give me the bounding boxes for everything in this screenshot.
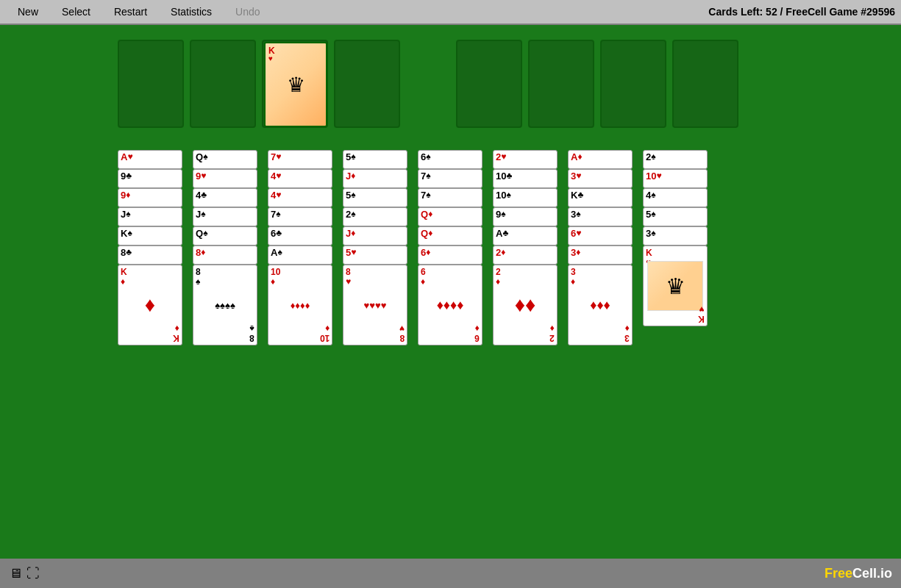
column-4: 5♠J♦5♠2♠J♦5♥8♥♥♥♥♥8♥ (343, 150, 409, 357)
card-col4-3[interactable]: 2♠ (343, 207, 407, 226)
free-cell-3-card: ♛ K ♥ (264, 42, 327, 127)
column-8: 2♠10♥4♠5♠3♠K♥♛K♥ (643, 150, 709, 341)
card-col1-5[interactable]: 8♣ (118, 245, 182, 265)
card-col3-0[interactable]: 7♥ (268, 150, 332, 169)
card-col6-2[interactable]: 10♠ (493, 188, 558, 207)
card-col7-1[interactable]: 3♥ (568, 169, 633, 188)
card-col1-0[interactable]: A♥ (118, 150, 182, 169)
card-col7-4[interactable]: 6♥ (568, 226, 633, 245)
card-col1-6[interactable]: K♦♦K♦ (118, 265, 182, 345)
column-1: A♥9♣9♦J♠K♠8♣K♦♦K♦ (118, 150, 184, 357)
free-cell-2[interactable] (190, 40, 256, 128)
brand-logo: FreeCell.io (825, 566, 892, 581)
card-col1-3[interactable]: J♠ (118, 207, 182, 226)
card-col7-3[interactable]: 3♠ (568, 207, 633, 226)
foundation-4[interactable] (672, 40, 738, 128)
column-3: 7♥4♥4♥7♠6♣A♠10♦♦♦♦♦10♦ (268, 150, 334, 357)
card-col2-0[interactable]: Q♠ (193, 150, 257, 169)
foundation-3[interactable] (600, 40, 666, 128)
card-col2-6[interactable]: 8♠♠♠♠♠8♠ (193, 265, 257, 345)
menu-statistics[interactable]: Statistics (159, 3, 224, 21)
card-col5-5[interactable]: 6♦ (418, 245, 482, 265)
menu-bar: New Select Restart Statistics Undo Cards… (0, 0, 901, 25)
card-col8-1[interactable]: 10♥ (643, 169, 708, 188)
card-col4-6[interactable]: 8♥♥♥♥♥8♥ (343, 265, 407, 345)
card-col1-1[interactable]: 9♣ (118, 169, 182, 188)
card-col6-3[interactable]: 9♠ (493, 207, 558, 226)
game-area: ♛ K ♥ A♥9♣9♦J♠K♠8♣K♦♦K♦Q♠9♥4♣J♠Q♠8♦8♠♠♠♠… (0, 25, 901, 559)
card-col4-5[interactable]: 5♥ (343, 245, 407, 265)
card-col3-4[interactable]: 6♣ (268, 226, 332, 245)
free-cell-3[interactable]: ♛ K ♥ (262, 40, 328, 128)
columns-area: A♥9♣9♦J♠K♠8♣K♦♦K♦Q♠9♥4♣J♠Q♠8♦8♠♠♠♠♠8♠7♥4… (118, 150, 886, 357)
card-col8-3[interactable]: 5♠ (643, 207, 708, 226)
card-col3-6[interactable]: 10♦♦♦♦♦10♦ (268, 265, 332, 345)
card-col5-4[interactable]: Q♦ (418, 226, 482, 245)
menu-new[interactable]: New (6, 3, 50, 21)
foundation-1[interactable] (456, 40, 522, 128)
foundation-2[interactable] (528, 40, 594, 128)
card-col8-2[interactable]: 4♠ (643, 188, 708, 207)
card-col7-6[interactable]: 3♦♦♦♦3♦ (568, 265, 633, 345)
card-col5-3[interactable]: Q♦ (418, 207, 482, 226)
free-cell-1[interactable] (118, 40, 184, 128)
column-7: A♦3♥K♣3♠6♥3♦3♦♦♦♦3♦ (568, 150, 634, 357)
free-cell-4[interactable] (334, 40, 400, 128)
card-col4-0[interactable]: 5♠ (343, 150, 407, 169)
card-col7-2[interactable]: K♣ (568, 188, 633, 207)
card-col5-2[interactable]: 7♠ (418, 188, 482, 207)
column-2: Q♠9♥4♣J♠Q♠8♦8♠♠♠♠♠8♠ (193, 150, 259, 357)
bottom-bar: 🖥 ⛶ FreeCell.io (0, 559, 901, 588)
card-col3-3[interactable]: 7♠ (268, 207, 332, 226)
game-status: Cards Left: 52 / FreeCell Game #29596 (708, 6, 895, 18)
card-col8-4[interactable]: 3♠ (643, 226, 708, 245)
card-col7-0[interactable]: A♦ (568, 150, 633, 169)
card-col8-0[interactable]: 2♠ (643, 150, 708, 169)
card-col2-3[interactable]: J♠ (193, 207, 257, 226)
card-col2-2[interactable]: 4♣ (193, 188, 257, 207)
card-col2-1[interactable]: 9♥ (193, 169, 257, 188)
menu-restart[interactable]: Restart (102, 3, 159, 21)
card-col6-0[interactable]: 2♥ (493, 150, 558, 169)
card-col8-5[interactable]: K♥♛K♥ (643, 245, 708, 326)
fullscreen-icon[interactable]: ⛶ (26, 566, 40, 581)
card-col1-2[interactable]: 9♦ (118, 188, 182, 207)
card-col5-6[interactable]: 6♦♦♦♦♦6♦ (418, 265, 482, 345)
cells-gap (406, 40, 450, 128)
card-col6-4[interactable]: A♣ (493, 226, 558, 245)
card-col3-1[interactable]: 4♥ (268, 169, 332, 188)
card-col2-4[interactable]: Q♠ (193, 226, 257, 245)
card-col5-0[interactable]: 6♠ (418, 150, 482, 169)
card-col4-4[interactable]: J♦ (343, 226, 407, 245)
card-col6-6[interactable]: 2♦♦♦2♦ (493, 265, 558, 345)
menu-select[interactable]: Select (50, 3, 102, 21)
card-col7-5[interactable]: 3♦ (568, 245, 633, 265)
column-6: 2♥10♣10♠9♠A♣2♦2♦♦♦2♦ (493, 150, 559, 357)
cells-row: ♛ K ♥ (118, 40, 894, 128)
card-col4-1[interactable]: J♦ (343, 169, 407, 188)
card-col4-2[interactable]: 5♠ (343, 188, 407, 207)
column-5: 6♠7♠7♠Q♦Q♦6♦6♦♦♦♦♦6♦ (418, 150, 484, 357)
card-col2-5[interactable]: 8♦ (193, 245, 257, 265)
card-col1-4[interactable]: K♠ (118, 226, 182, 245)
card-col3-2[interactable]: 4♥ (268, 188, 332, 207)
card-col3-5[interactable]: A♠ (268, 245, 332, 265)
card-col5-1[interactable]: 7♠ (418, 169, 482, 188)
card-col6-5[interactable]: 2♦ (493, 245, 558, 265)
screen-icon[interactable]: 🖥 (9, 566, 22, 581)
card-col6-1[interactable]: 10♣ (493, 169, 558, 188)
menu-undo[interactable]: Undo (224, 3, 271, 21)
